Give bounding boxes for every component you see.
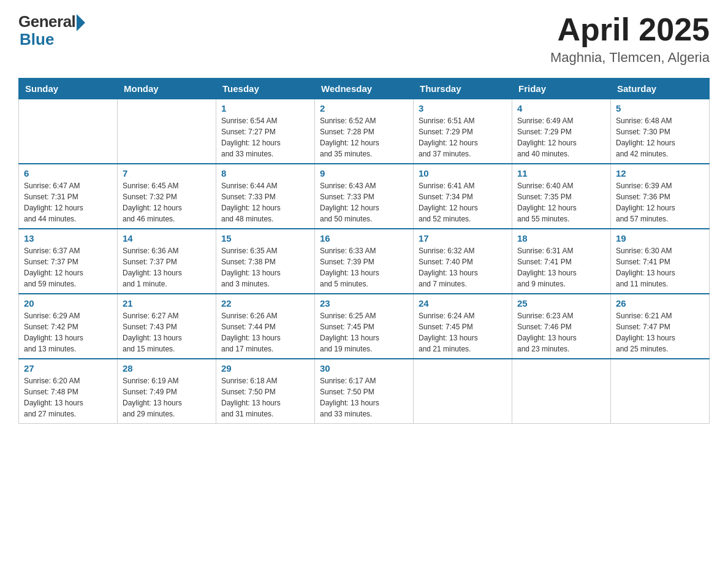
- calendar-cell: 17Sunrise: 6:32 AM Sunset: 7:40 PM Dayli…: [414, 229, 512, 294]
- day-number: 3: [419, 103, 507, 113]
- page-header: General Blue April 2025 Maghnia, Tlemcen…: [18, 12, 710, 66]
- logo-blue-text: Blue: [20, 30, 54, 49]
- calendar-title: April 2025: [550, 12, 710, 47]
- calendar-cell: [611, 359, 710, 424]
- calendar-cell: 19Sunrise: 6:30 AM Sunset: 7:41 PM Dayli…: [611, 229, 710, 294]
- day-number: 18: [517, 233, 605, 243]
- logo-general-text: General: [18, 12, 75, 31]
- calendar-cell: 1Sunrise: 6:54 AM Sunset: 7:27 PM Daylig…: [216, 99, 315, 164]
- day-number: 7: [123, 168, 211, 178]
- day-number: 23: [320, 298, 408, 308]
- day-info: Sunrise: 6:40 AM Sunset: 7:35 PM Dayligh…: [517, 180, 605, 224]
- title-block: April 2025 Maghnia, Tlemcen, Algeria: [550, 12, 710, 66]
- day-info: Sunrise: 6:25 AM Sunset: 7:45 PM Dayligh…: [320, 310, 408, 354]
- day-info: Sunrise: 6:37 AM Sunset: 7:37 PM Dayligh…: [24, 245, 112, 289]
- calendar-week-5: 27Sunrise: 6:20 AM Sunset: 7:48 PM Dayli…: [19, 359, 710, 424]
- calendar-cell: 9Sunrise: 6:43 AM Sunset: 7:33 PM Daylig…: [315, 164, 414, 229]
- day-info: Sunrise: 6:27 AM Sunset: 7:43 PM Dayligh…: [123, 310, 211, 354]
- calendar-cell: 13Sunrise: 6:37 AM Sunset: 7:37 PM Dayli…: [19, 229, 118, 294]
- logo: General Blue: [18, 12, 85, 49]
- calendar-cell: 3Sunrise: 6:51 AM Sunset: 7:29 PM Daylig…: [414, 99, 512, 164]
- logo-arrow-icon: [77, 14, 85, 31]
- day-number: 22: [221, 298, 309, 308]
- calendar-week-2: 6Sunrise: 6:47 AM Sunset: 7:31 PM Daylig…: [19, 164, 710, 229]
- day-info: Sunrise: 6:30 AM Sunset: 7:41 PM Dayligh…: [616, 245, 704, 289]
- weekday-header-sunday: Sunday: [19, 79, 118, 99]
- calendar-week-1: 1Sunrise: 6:54 AM Sunset: 7:27 PM Daylig…: [19, 99, 710, 164]
- day-info: Sunrise: 6:45 AM Sunset: 7:32 PM Dayligh…: [123, 180, 211, 224]
- calendar-cell: 20Sunrise: 6:29 AM Sunset: 7:42 PM Dayli…: [19, 294, 118, 359]
- weekday-header-friday: Friday: [512, 79, 611, 99]
- day-number: 29: [221, 363, 309, 373]
- calendar-header-row: SundayMondayTuesdayWednesdayThursdayFrid…: [19, 79, 710, 99]
- calendar-cell: [414, 359, 512, 424]
- day-number: 28: [123, 363, 211, 373]
- day-number: 5: [616, 103, 704, 113]
- calendar-cell: 6Sunrise: 6:47 AM Sunset: 7:31 PM Daylig…: [19, 164, 118, 229]
- calendar-cell: 29Sunrise: 6:18 AM Sunset: 7:50 PM Dayli…: [216, 359, 315, 424]
- weekday-header-tuesday: Tuesday: [216, 79, 315, 99]
- calendar-cell: 21Sunrise: 6:27 AM Sunset: 7:43 PM Dayli…: [118, 294, 216, 359]
- day-number: 20: [24, 298, 112, 308]
- day-number: 25: [517, 298, 605, 308]
- calendar-cell: 7Sunrise: 6:45 AM Sunset: 7:32 PM Daylig…: [118, 164, 216, 229]
- day-info: Sunrise: 6:31 AM Sunset: 7:41 PM Dayligh…: [517, 245, 605, 289]
- calendar-location: Maghnia, Tlemcen, Algeria: [550, 50, 710, 66]
- calendar-table: SundayMondayTuesdayWednesdayThursdayFrid…: [18, 78, 710, 424]
- day-number: 15: [221, 233, 309, 243]
- calendar-cell: 23Sunrise: 6:25 AM Sunset: 7:45 PM Dayli…: [315, 294, 414, 359]
- calendar-cell: 30Sunrise: 6:17 AM Sunset: 7:50 PM Dayli…: [315, 359, 414, 424]
- weekday-header-wednesday: Wednesday: [315, 79, 414, 99]
- day-info: Sunrise: 6:35 AM Sunset: 7:38 PM Dayligh…: [221, 245, 309, 289]
- day-info: Sunrise: 6:18 AM Sunset: 7:50 PM Dayligh…: [221, 375, 309, 419]
- day-number: 2: [320, 103, 408, 113]
- day-info: Sunrise: 6:48 AM Sunset: 7:30 PM Dayligh…: [616, 115, 704, 159]
- calendar-cell: 14Sunrise: 6:36 AM Sunset: 7:37 PM Dayli…: [118, 229, 216, 294]
- calendar-cell: 5Sunrise: 6:48 AM Sunset: 7:30 PM Daylig…: [611, 99, 710, 164]
- day-info: Sunrise: 6:19 AM Sunset: 7:49 PM Dayligh…: [123, 375, 211, 419]
- weekday-header-thursday: Thursday: [414, 79, 512, 99]
- calendar-cell: [118, 99, 216, 164]
- day-number: 14: [123, 233, 211, 243]
- calendar-cell: 2Sunrise: 6:52 AM Sunset: 7:28 PM Daylig…: [315, 99, 414, 164]
- day-number: 27: [24, 363, 112, 373]
- day-info: Sunrise: 6:54 AM Sunset: 7:27 PM Dayligh…: [221, 115, 309, 159]
- day-number: 8: [221, 168, 309, 178]
- day-number: 6: [24, 168, 112, 178]
- day-number: 24: [419, 298, 507, 308]
- day-info: Sunrise: 6:32 AM Sunset: 7:40 PM Dayligh…: [419, 245, 507, 289]
- day-number: 30: [320, 363, 408, 373]
- day-info: Sunrise: 6:43 AM Sunset: 7:33 PM Dayligh…: [320, 180, 408, 224]
- weekday-header-saturday: Saturday: [611, 79, 710, 99]
- day-number: 11: [517, 168, 605, 178]
- calendar-cell: 26Sunrise: 6:21 AM Sunset: 7:47 PM Dayli…: [611, 294, 710, 359]
- day-number: 19: [616, 233, 704, 243]
- day-info: Sunrise: 6:49 AM Sunset: 7:29 PM Dayligh…: [517, 115, 605, 159]
- calendar-cell: 18Sunrise: 6:31 AM Sunset: 7:41 PM Dayli…: [512, 229, 611, 294]
- day-number: 16: [320, 233, 408, 243]
- day-info: Sunrise: 6:47 AM Sunset: 7:31 PM Dayligh…: [24, 180, 112, 224]
- day-number: 10: [419, 168, 507, 178]
- day-info: Sunrise: 6:52 AM Sunset: 7:28 PM Dayligh…: [320, 115, 408, 159]
- day-info: Sunrise: 6:26 AM Sunset: 7:44 PM Dayligh…: [221, 310, 309, 354]
- calendar-cell: 8Sunrise: 6:44 AM Sunset: 7:33 PM Daylig…: [216, 164, 315, 229]
- day-info: Sunrise: 6:33 AM Sunset: 7:39 PM Dayligh…: [320, 245, 408, 289]
- day-info: Sunrise: 6:39 AM Sunset: 7:36 PM Dayligh…: [616, 180, 704, 224]
- calendar-cell: 27Sunrise: 6:20 AM Sunset: 7:48 PM Dayli…: [19, 359, 118, 424]
- calendar-cell: 4Sunrise: 6:49 AM Sunset: 7:29 PM Daylig…: [512, 99, 611, 164]
- day-info: Sunrise: 6:17 AM Sunset: 7:50 PM Dayligh…: [320, 375, 408, 419]
- calendar-week-3: 13Sunrise: 6:37 AM Sunset: 7:37 PM Dayli…: [19, 229, 710, 294]
- calendar-cell: [512, 359, 611, 424]
- day-number: 17: [419, 233, 507, 243]
- calendar-cell: 28Sunrise: 6:19 AM Sunset: 7:49 PM Dayli…: [118, 359, 216, 424]
- day-number: 13: [24, 233, 112, 243]
- calendar-cell: 11Sunrise: 6:40 AM Sunset: 7:35 PM Dayli…: [512, 164, 611, 229]
- calendar-cell: 15Sunrise: 6:35 AM Sunset: 7:38 PM Dayli…: [216, 229, 315, 294]
- day-number: 9: [320, 168, 408, 178]
- day-number: 1: [221, 103, 309, 113]
- calendar-cell: [19, 99, 118, 164]
- day-info: Sunrise: 6:51 AM Sunset: 7:29 PM Dayligh…: [419, 115, 507, 159]
- day-number: 21: [123, 298, 211, 308]
- calendar-week-4: 20Sunrise: 6:29 AM Sunset: 7:42 PM Dayli…: [19, 294, 710, 359]
- calendar-cell: 22Sunrise: 6:26 AM Sunset: 7:44 PM Dayli…: [216, 294, 315, 359]
